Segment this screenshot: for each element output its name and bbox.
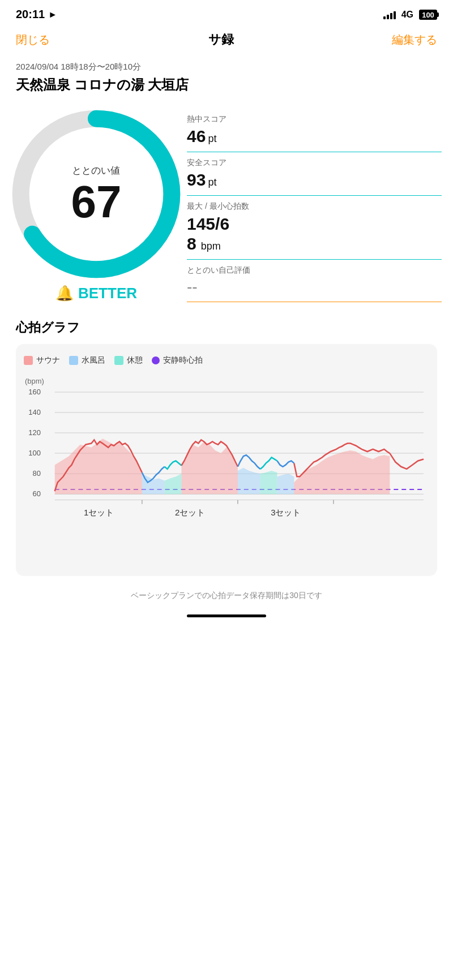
svg-text:2セット: 2セット: [175, 508, 204, 517]
gauge-label: ととのい値: [71, 164, 122, 177]
resting-label: 安静時心拍: [163, 355, 203, 366]
location-icon: ►: [48, 10, 57, 20]
heat-score-item: 熱中スコア 46 pt: [187, 109, 442, 152]
footer-text: ベーシックプランでの心拍データ保存期間は30日です: [131, 591, 322, 600]
nav-title: サ録: [208, 31, 234, 48]
session-info: 2024/09/04 18時18分〜20時10分 天然温泉 コロナの湯 大垣店: [0, 57, 453, 103]
svg-text:3セット: 3セット: [271, 508, 300, 517]
self-eval-label: ととのい自己評価: [187, 265, 442, 276]
gauge-inner: ととのい値 67: [71, 164, 122, 224]
battery-icon: 100: [419, 10, 437, 20]
rest-dot: [114, 356, 123, 365]
svg-text:160: 160: [28, 388, 41, 396]
safe-score-number: 93: [187, 170, 206, 190]
edit-button[interactable]: 編集する: [392, 32, 437, 48]
session-datetime: 2024/09/04 18時18分〜20時10分: [16, 62, 437, 72]
time-display: 20:11: [16, 8, 45, 21]
nav-bar: 閉じる サ録 編集する: [0, 27, 453, 57]
svg-text:1セット: 1セット: [84, 508, 113, 517]
svg-text:80: 80: [32, 469, 40, 478]
graph-legend: サウナ 水風呂 休憩 安静時心拍: [24, 355, 429, 366]
water-label: 水風呂: [82, 355, 105, 366]
self-eval-value: --: [187, 278, 442, 296]
chart-svg: (bpm) 160 140 120 100 80 60: [24, 375, 429, 567]
bell-icon: 🔔: [55, 285, 74, 302]
heart-rate-label: 最大 / 最小心拍数: [187, 201, 442, 212]
graph-title: 心拍グラフ: [16, 319, 437, 336]
legend-sauna: サウナ: [24, 355, 60, 366]
heat-score-label: 熱中スコア: [187, 114, 442, 124]
sauna-dot: [24, 356, 33, 365]
venue-name: 天然温泉 コロナの湯 大垣店: [16, 76, 437, 94]
svg-marker-18: [294, 450, 390, 494]
heat-score-unit: pt: [208, 133, 216, 145]
gauge-value: 67: [71, 179, 122, 224]
battery-level: 100: [422, 10, 434, 19]
svg-text:120: 120: [28, 428, 41, 437]
svg-text:100: 100: [28, 449, 41, 457]
svg-marker-20: [238, 468, 260, 494]
status-bar: 20:11 ► 4G 100: [0, 0, 453, 27]
better-label: BETTER: [78, 285, 137, 302]
status-time: 20:11 ►: [16, 8, 57, 21]
rest-label: 休憩: [127, 355, 143, 366]
safe-score-unit: pt: [208, 177, 216, 188]
graph-container: サウナ 水風呂 休憩 安静時心拍 (bpm) 160: [16, 344, 437, 576]
network-label: 4G: [401, 10, 413, 20]
safe-score-label: 安全スコア: [187, 158, 442, 168]
legend-water: 水風呂: [69, 355, 105, 366]
graph-section: 心拍グラフ サウナ 水風呂 休憩 安静時心拍: [0, 313, 453, 582]
svg-marker-21: [277, 474, 294, 494]
home-bar: [187, 614, 266, 617]
chart-area: (bpm) 160 140 120 100 80 60: [24, 375, 429, 567]
water-dot: [69, 356, 78, 365]
circle-gauge: ととのい値 67: [11, 109, 181, 279]
stats-panel: 熱中スコア 46 pt 安全スコア 93 pt 最大 / 最小心拍数 145/6…: [187, 109, 442, 302]
heart-rate-unit: bpm: [201, 240, 221, 252]
score-section: ととのい値 67 🔔 BETTER 熱中スコア 46 pt 安全スコア 93 p…: [0, 103, 453, 313]
svg-text:140: 140: [28, 408, 41, 416]
svg-text:(bpm): (bpm): [25, 377, 44, 385]
sauna-label: サウナ: [36, 355, 60, 366]
svg-marker-22: [165, 474, 182, 494]
close-button[interactable]: 閉じる: [16, 32, 50, 48]
svg-text:60: 60: [32, 489, 40, 498]
svg-marker-19: [142, 474, 165, 494]
gauge-footer: 🔔 BETTER: [55, 285, 137, 302]
heat-score-value: 46 pt: [187, 127, 442, 146]
safe-score-value: 93 pt: [187, 170, 442, 190]
home-indicator: [0, 610, 453, 622]
status-right: 4G 100: [383, 10, 437, 20]
legend-resting-hr: 安静時心拍: [152, 355, 203, 366]
resting-dot: [152, 356, 160, 364]
signal-icon: [383, 10, 396, 19]
heart-rate-item: 最大 / 最小心拍数 145/6 8 bpm: [187, 196, 442, 260]
footer-note: ベーシックプランでの心拍データ保存期間は30日です: [0, 582, 453, 610]
safe-score-item: 安全スコア 93 pt: [187, 152, 442, 196]
heart-rate-value: 145/6 8 bpm: [187, 214, 442, 253]
self-eval-item: ととのい自己評価 --: [187, 260, 442, 302]
legend-rest: 休憩: [114, 355, 143, 366]
svg-marker-23: [260, 471, 277, 494]
heat-score-number: 46: [187, 127, 206, 146]
